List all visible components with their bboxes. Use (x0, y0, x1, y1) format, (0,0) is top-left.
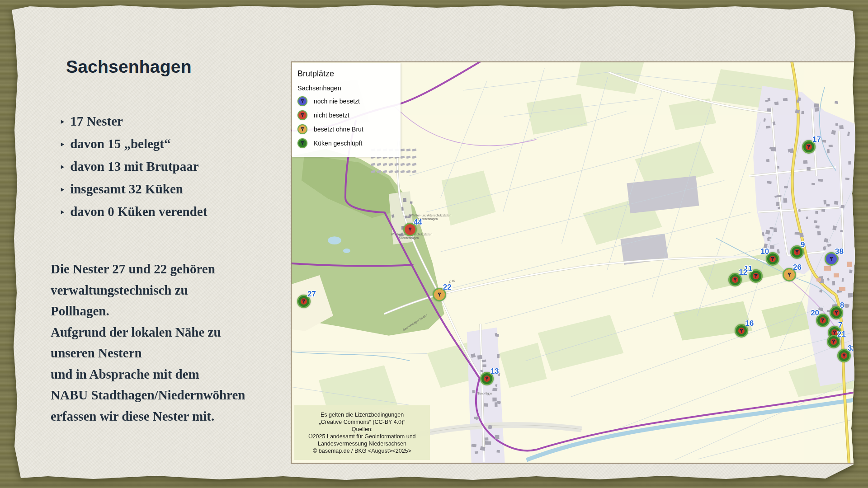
nest-marker: 22 (433, 288, 446, 301)
marker-number-label: 10 (760, 247, 769, 256)
legend-subtitle: Sachsenhagen (297, 84, 401, 92)
bullet-text: davon 0 Küken verendet (70, 204, 207, 219)
license-line: © basemap.de / BKG <August><2025> (297, 447, 427, 455)
marker-number-label: 32 (848, 344, 856, 353)
marker-number-label: 16 (745, 319, 754, 328)
marker-number-label: 22 (443, 283, 452, 292)
legend-item-label: besetzt ohne Brut (314, 126, 363, 133)
nest-marker: 38 (825, 252, 838, 266)
license-box: Es gelten die Lizenzbedingungen„Creative… (294, 405, 430, 460)
legend-item: Küken geschlüpft (297, 138, 401, 148)
nest-marker: 32 (837, 349, 851, 362)
bullet-glyph: ‣ (60, 140, 65, 150)
bullet-list: ‣17 Nester‣davon 15 „belegt“‣davon 13 mi… (60, 114, 207, 227)
bullet-text: davon 13 mit Brutpaar (70, 159, 198, 174)
bullet-item: ‣insgesamt 32 Küken (60, 182, 207, 197)
marker-number-label: 9 (801, 240, 805, 249)
license-line: Landesvermessung Niedersachsen (297, 440, 427, 447)
map-place-label: Nienbrügge (477, 392, 492, 395)
nest-marker: 10 (766, 252, 779, 266)
marker-number-label: 20 (811, 309, 819, 318)
legend-marker-icon (297, 124, 307, 134)
license-line: ©2025 Landesamt für Geoinformatiom und (297, 433, 427, 440)
legend-item-label: noch nie besetzt (314, 98, 360, 105)
legend-item: nicht besetzt (297, 110, 401, 120)
nest-marker: 9 (790, 245, 804, 259)
bullet-text: 17 Nester (70, 114, 123, 129)
nest-marker: 12 (728, 273, 742, 286)
license-line: „Creative Commons“ (CC-BY 4.0)“ (297, 418, 427, 426)
legend-item: noch nie besetzt (297, 96, 401, 106)
note-paragraph: Die Nester 27 und 22 gehören verwaltungs… (51, 258, 277, 427)
bullet-glyph: ‣ (60, 117, 65, 127)
nest-marker: 20 (816, 314, 830, 327)
map-place-label: Sachsenhagen (399, 236, 419, 240)
bullet-item: ‣davon 15 „belegt“ (60, 136, 207, 151)
nest-marker: 27 (297, 295, 311, 308)
bullet-item: ‣davon 0 Küken verendet (60, 204, 207, 219)
map-place-label: Wildtier- und Artenschutzstation (410, 214, 452, 217)
legend-marker-icon (297, 96, 307, 106)
nest-marker: 44 (403, 223, 417, 236)
nest-marker: 8 (830, 306, 843, 319)
nest-marker: 26 (783, 268, 796, 282)
bullet-glyph: ‣ (60, 185, 65, 195)
marker-number-label: 8 (840, 301, 844, 310)
marker-number-label: 21 (837, 330, 846, 339)
bullet-text: insgesamt 32 Küken (70, 182, 183, 197)
bullet-text: davon 15 „belegt“ (70, 136, 170, 151)
legend-item-label: Küken geschlüpft (314, 140, 362, 147)
paper-sheet: Sachsenhagen ‣17 Nester‣davon 15 „belegt… (12, 4, 856, 483)
presentation-slide: Sachsenhagen ‣17 Nester‣davon 15 „belegt… (0, 0, 868, 488)
marker-number-label: 7 (838, 321, 842, 330)
bullet-item: ‣17 Nester (60, 114, 207, 129)
marker-number-label: 27 (307, 290, 316, 299)
marker-number-label: 26 (793, 263, 802, 272)
marker-number-label: 17 (812, 135, 821, 144)
legend-marker-icon (297, 110, 307, 120)
marker-number-label: 12 (739, 268, 747, 277)
map-legend: Brutplätze Sachsenhagen noch nie besetzt… (292, 63, 401, 157)
legend-items: noch nie besetztnicht besetztbesetzt ohn… (297, 96, 401, 148)
bullet-item: ‣davon 13 mit Brutpaar (60, 159, 207, 174)
legend-item: besetzt ohne Brut (297, 124, 401, 134)
bullet-glyph: ‣ (60, 207, 65, 217)
paper-sheet-shadow: Sachsenhagen ‣17 Nester‣davon 15 „belegt… (0, 0, 868, 488)
nest-marker: 21 (827, 335, 840, 348)
nest-marker: 13 (480, 372, 494, 385)
bullet-glyph: ‣ (60, 162, 65, 172)
license-line: Es gelten die Lizenzbedingungen (297, 411, 427, 418)
legend-title: Brutplätze (297, 69, 401, 79)
legend-item-label: nicht besetzt (314, 112, 349, 119)
slide-title: Sachsenhagen (66, 57, 192, 77)
marker-number-label: 38 (835, 247, 844, 256)
map-image: Wildtier- und ArtenschutzstationSachsenh… (291, 61, 858, 464)
nest-marker: 16 (735, 324, 748, 338)
license-line: Quellen: (297, 426, 427, 433)
nest-marker: 17 (802, 140, 816, 154)
marker-number-label: 44 (414, 218, 422, 227)
nest-marker: 11 (749, 269, 763, 283)
legend-marker-icon (297, 138, 307, 148)
marker-number-label: 13 (491, 367, 499, 376)
